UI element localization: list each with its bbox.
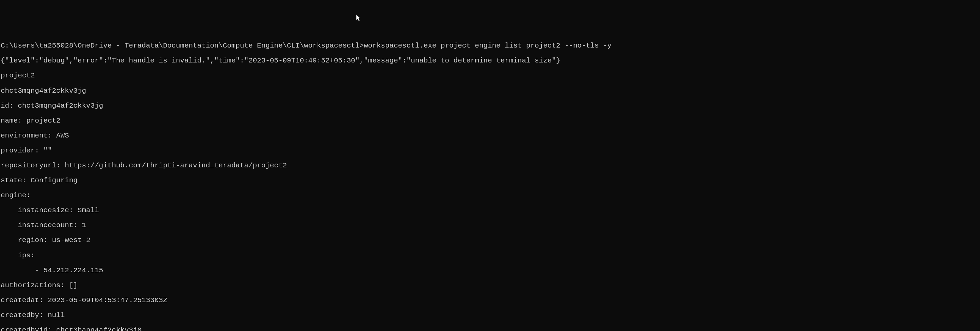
- state-line: state: Configuring: [1, 177, 979, 184]
- createdbyid-label: createdbyid:: [1, 326, 56, 331]
- terminal-output[interactable]: C:\Users\ta255028\OneDrive - Teradata\Do…: [0, 30, 980, 331]
- debug-line: {"level":"debug","error":"The handle is …: [1, 57, 979, 64]
- createdbyid-line: createdbyid: chct3bang4af2ckkv3j0: [1, 326, 979, 331]
- name-line: name: project2: [1, 117, 979, 125]
- createdat-value: 2023-05-09T04:53:47.2513303Z: [48, 296, 167, 304]
- createdbyid-value: chct3bang4af2ckkv3j0: [56, 326, 142, 331]
- ips-item-prefix: -: [1, 267, 43, 274]
- provider-label: provider:: [1, 147, 43, 155]
- ips-item-line: - 54.212.224.115: [1, 267, 979, 274]
- command-line: C:\Users\ta255028\OneDrive - Teradata\Do…: [1, 42, 979, 50]
- engine-line: engine:: [1, 192, 979, 199]
- createdat-line: createdat: 2023-05-09T04:53:47.2513303Z: [1, 297, 979, 304]
- repositoryurl-label: repositoryurl:: [1, 162, 65, 169]
- instancecount-value: 1: [82, 221, 86, 229]
- createdby-line: createdby: null: [1, 312, 979, 319]
- provider-value: "": [43, 147, 52, 155]
- repositoryurl-line: repositoryurl: https://github.com/thript…: [1, 162, 979, 169]
- mouse-cursor-icon: [347, 7, 362, 24]
- authorizations-value: []: [69, 281, 78, 289]
- region-value: us-west-2: [52, 236, 90, 244]
- createdat-label: createdat:: [1, 296, 48, 304]
- authorizations-line: authorizations: []: [1, 282, 979, 289]
- id-value: chct3mqng4af2ckkv3jg: [18, 102, 103, 110]
- environment-label: environment:: [1, 132, 56, 139]
- state-label: state:: [1, 176, 30, 184]
- project-name-line: project2: [1, 72, 979, 80]
- instancecount-label: instancecount:: [1, 221, 82, 229]
- ips-line: ips:: [1, 252, 979, 259]
- id-label: id:: [1, 102, 18, 110]
- prompt-path: C:\Users\ta255028\OneDrive - Teradata\Do…: [1, 42, 364, 50]
- id-line: id: chct3mqng4af2ckkv3jg: [1, 102, 979, 110]
- region-line: region: us-west-2: [1, 237, 979, 244]
- provider-line: provider: "": [1, 147, 979, 155]
- createdby-value: null: [48, 311, 65, 319]
- name-value: project2: [27, 117, 60, 125]
- instancesize-line: instancesize: Small: [1, 207, 979, 214]
- name-label: name:: [1, 117, 27, 125]
- state-value: Configuring: [30, 176, 78, 184]
- repositoryurl-value: https://github.com/thripti-aravind_terad…: [65, 162, 287, 169]
- ips-item-value: 54.212.224.115: [43, 267, 103, 274]
- command-text: workspacesctl.exe project engine list pr…: [364, 42, 611, 50]
- authorizations-label: authorizations:: [1, 281, 69, 289]
- createdby-label: createdby:: [1, 311, 48, 319]
- environment-line: environment: AWS: [1, 132, 979, 139]
- instancecount-line: instancecount: 1: [1, 222, 979, 229]
- project-id-short-line: chct3mqng4af2ckkv3jg: [1, 87, 979, 95]
- environment-value: AWS: [56, 132, 69, 139]
- instancesize-value: Small: [78, 206, 99, 214]
- region-label: region:: [1, 236, 52, 244]
- instancesize-label: instancesize:: [1, 206, 78, 214]
